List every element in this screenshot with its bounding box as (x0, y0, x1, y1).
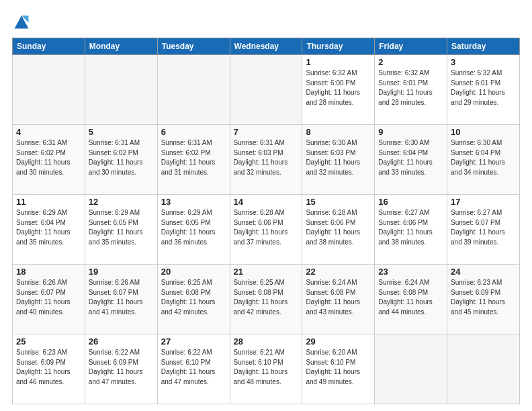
calendar-cell (85, 55, 157, 125)
day-number: 2 (378, 57, 443, 67)
day-number: 23 (378, 267, 443, 277)
day-info: Sunrise: 6:26 AM Sunset: 6:07 PM Dayligh… (16, 278, 81, 317)
day-info: Sunrise: 6:31 AM Sunset: 6:02 PM Dayligh… (161, 138, 226, 177)
day-of-week-header: Monday (85, 38, 157, 55)
calendar-cell: 26Sunrise: 6:22 AM Sunset: 6:09 PM Dayli… (85, 334, 157, 404)
calendar-cell: 1Sunrise: 6:32 AM Sunset: 6:00 PM Daylig… (302, 55, 375, 125)
calendar-cell: 6Sunrise: 6:31 AM Sunset: 6:02 PM Daylig… (157, 125, 230, 195)
calendar-cell: 20Sunrise: 6:25 AM Sunset: 6:08 PM Dayli… (157, 265, 230, 334)
day-number: 21 (234, 267, 299, 277)
day-of-week-header: Saturday (447, 38, 520, 55)
calendar-cell: 18Sunrise: 6:26 AM Sunset: 6:07 PM Dayli… (13, 265, 85, 334)
day-info: Sunrise: 6:28 AM Sunset: 6:06 PM Dayligh… (234, 208, 299, 247)
calendar-cell: 7Sunrise: 6:31 AM Sunset: 6:03 PM Daylig… (230, 125, 302, 195)
day-info: Sunrise: 6:27 AM Sunset: 6:07 PM Dayligh… (451, 208, 516, 247)
calendar-cell: 17Sunrise: 6:27 AM Sunset: 6:07 PM Dayli… (447, 195, 520, 265)
day-info: Sunrise: 6:30 AM Sunset: 6:04 PM Dayligh… (451, 138, 516, 177)
day-info: Sunrise: 6:29 AM Sunset: 6:04 PM Dayligh… (16, 208, 81, 247)
calendar-cell: 15Sunrise: 6:28 AM Sunset: 6:06 PM Dayli… (302, 195, 375, 265)
day-of-week-header: Friday (375, 38, 447, 55)
day-of-week-header: Tuesday (157, 38, 230, 55)
calendar-week-row: 18Sunrise: 6:26 AM Sunset: 6:07 PM Dayli… (13, 265, 520, 334)
calendar-cell: 14Sunrise: 6:28 AM Sunset: 6:06 PM Dayli… (230, 195, 302, 265)
day-number: 27 (161, 336, 226, 347)
page: SundayMondayTuesdayWednesdayThursdayFrid… (0, 0, 532, 411)
day-info: Sunrise: 6:32 AM Sunset: 6:00 PM Dayligh… (306, 68, 371, 107)
day-number: 17 (451, 197, 516, 207)
calendar-cell: 16Sunrise: 6:27 AM Sunset: 6:06 PM Dayli… (375, 195, 447, 265)
calendar-cell: 2Sunrise: 6:32 AM Sunset: 6:01 PM Daylig… (375, 55, 447, 125)
day-number: 25 (16, 336, 81, 347)
calendar-week-row: 4Sunrise: 6:31 AM Sunset: 6:02 PM Daylig… (13, 125, 520, 195)
calendar-cell: 11Sunrise: 6:29 AM Sunset: 6:04 PM Dayli… (13, 195, 85, 265)
day-number: 19 (89, 267, 154, 277)
day-number: 26 (89, 336, 154, 347)
calendar-week-row: 11Sunrise: 6:29 AM Sunset: 6:04 PM Dayli… (13, 195, 520, 265)
day-info: Sunrise: 6:22 AM Sunset: 6:09 PM Dayligh… (89, 348, 154, 387)
day-info: Sunrise: 6:32 AM Sunset: 6:01 PM Dayligh… (451, 68, 516, 107)
day-number: 20 (161, 267, 226, 277)
logo (12, 12, 34, 31)
calendar-header-row: SundayMondayTuesdayWednesdayThursdayFrid… (13, 38, 520, 55)
day-number: 7 (234, 127, 299, 137)
day-number: 4 (16, 127, 81, 137)
day-number: 29 (306, 336, 371, 347)
day-of-week-header: Wednesday (230, 38, 302, 55)
calendar-cell: 5Sunrise: 6:31 AM Sunset: 6:02 PM Daylig… (85, 125, 157, 195)
calendar-cell: 10Sunrise: 6:30 AM Sunset: 6:04 PM Dayli… (447, 125, 520, 195)
calendar-cell (230, 55, 302, 125)
day-info: Sunrise: 6:24 AM Sunset: 6:08 PM Dayligh… (306, 278, 371, 317)
day-info: Sunrise: 6:22 AM Sunset: 6:10 PM Dayligh… (161, 348, 226, 387)
day-info: Sunrise: 6:31 AM Sunset: 6:02 PM Dayligh… (89, 138, 154, 177)
day-number: 10 (451, 127, 516, 137)
calendar-cell (13, 55, 85, 125)
day-number: 22 (306, 267, 371, 277)
calendar-week-row: 1Sunrise: 6:32 AM Sunset: 6:00 PM Daylig… (13, 55, 520, 125)
day-number: 6 (161, 127, 226, 137)
calendar-cell: 19Sunrise: 6:26 AM Sunset: 6:07 PM Dayli… (85, 265, 157, 334)
day-number: 1 (306, 57, 371, 67)
calendar-cell: 9Sunrise: 6:30 AM Sunset: 6:04 PM Daylig… (375, 125, 447, 195)
day-info: Sunrise: 6:29 AM Sunset: 6:05 PM Dayligh… (161, 208, 226, 247)
calendar-week-row: 25Sunrise: 6:23 AM Sunset: 6:09 PM Dayli… (13, 334, 520, 404)
day-number: 14 (234, 197, 299, 207)
calendar-cell: 28Sunrise: 6:21 AM Sunset: 6:10 PM Dayli… (230, 334, 302, 404)
day-number: 16 (378, 197, 443, 207)
day-info: Sunrise: 6:26 AM Sunset: 6:07 PM Dayligh… (89, 278, 154, 317)
day-info: Sunrise: 6:20 AM Sunset: 6:10 PM Dayligh… (306, 348, 371, 387)
day-of-week-header: Thursday (302, 38, 375, 55)
day-info: Sunrise: 6:31 AM Sunset: 6:02 PM Dayligh… (16, 138, 81, 177)
day-number: 15 (306, 197, 371, 207)
calendar: SundayMondayTuesdayWednesdayThursdayFrid… (12, 38, 520, 404)
calendar-cell: 22Sunrise: 6:24 AM Sunset: 6:08 PM Dayli… (302, 265, 375, 334)
day-info: Sunrise: 6:30 AM Sunset: 6:04 PM Dayligh… (378, 138, 443, 177)
calendar-cell (375, 334, 447, 404)
day-info: Sunrise: 6:25 AM Sunset: 6:08 PM Dayligh… (234, 278, 299, 317)
day-info: Sunrise: 6:24 AM Sunset: 6:08 PM Dayligh… (378, 278, 443, 317)
day-number: 12 (89, 197, 154, 207)
day-info: Sunrise: 6:30 AM Sunset: 6:03 PM Dayligh… (306, 138, 371, 177)
calendar-cell: 3Sunrise: 6:32 AM Sunset: 6:01 PM Daylig… (447, 55, 520, 125)
day-number: 13 (161, 197, 226, 207)
day-number: 11 (16, 197, 81, 207)
calendar-cell: 4Sunrise: 6:31 AM Sunset: 6:02 PM Daylig… (13, 125, 85, 195)
day-number: 9 (378, 127, 443, 137)
calendar-cell: 13Sunrise: 6:29 AM Sunset: 6:05 PM Dayli… (157, 195, 230, 265)
day-number: 5 (89, 127, 154, 137)
calendar-cell (447, 334, 520, 404)
day-number: 24 (451, 267, 516, 277)
day-info: Sunrise: 6:29 AM Sunset: 6:05 PM Dayligh… (89, 208, 154, 247)
calendar-cell: 29Sunrise: 6:20 AM Sunset: 6:10 PM Dayli… (302, 334, 375, 404)
calendar-cell: 12Sunrise: 6:29 AM Sunset: 6:05 PM Dayli… (85, 195, 157, 265)
calendar-cell: 21Sunrise: 6:25 AM Sunset: 6:08 PM Dayli… (230, 265, 302, 334)
day-info: Sunrise: 6:21 AM Sunset: 6:10 PM Dayligh… (234, 348, 299, 387)
day-number: 28 (234, 336, 299, 347)
day-info: Sunrise: 6:31 AM Sunset: 6:03 PM Dayligh… (234, 138, 299, 177)
calendar-cell: 23Sunrise: 6:24 AM Sunset: 6:08 PM Dayli… (375, 265, 447, 334)
logo-icon (12, 12, 31, 31)
day-number: 18 (16, 267, 81, 277)
calendar-cell: 25Sunrise: 6:23 AM Sunset: 6:09 PM Dayli… (13, 334, 85, 404)
day-of-week-header: Sunday (13, 38, 85, 55)
calendar-cell: 27Sunrise: 6:22 AM Sunset: 6:10 PM Dayli… (157, 334, 230, 404)
day-info: Sunrise: 6:23 AM Sunset: 6:09 PM Dayligh… (451, 278, 516, 317)
